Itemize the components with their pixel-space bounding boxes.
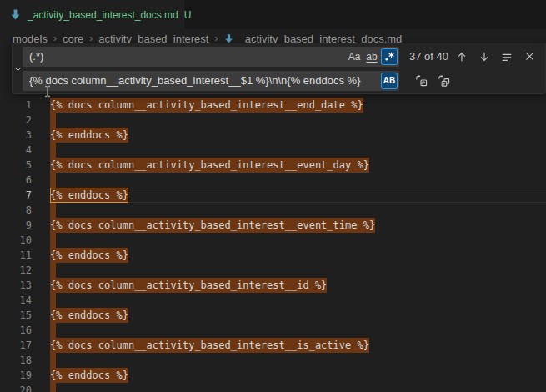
line-code: {% enddocs %} bbox=[32, 248, 128, 263]
tab-bar: _activity_based_interest_docs.md U bbox=[0, 0, 546, 29]
close-find-widget-button[interactable] bbox=[520, 48, 538, 66]
line-number: 19 bbox=[0, 368, 32, 383]
editor-line[interactable]: 11 {% enddocs %} bbox=[0, 248, 546, 263]
line-code: {% docs column__activity_based_interest_… bbox=[32, 218, 375, 233]
line-number: 4 bbox=[0, 143, 32, 158]
find-in-selection-button[interactable] bbox=[498, 48, 516, 66]
find-match-highlight: {% docs column__activity_based_interest_… bbox=[50, 158, 369, 173]
editor-line[interactable]: 12 bbox=[0, 263, 546, 278]
match-case-toggle[interactable]: Aa bbox=[346, 48, 363, 65]
line-code: {% enddocs %} bbox=[32, 128, 128, 143]
find-match-highlight bbox=[50, 113, 56, 128]
replace-input-value: {% docs column__activity_based_interest_… bbox=[29, 74, 380, 87]
find-match-highlight: {% enddocs %} bbox=[50, 248, 128, 263]
find-replace-widget: (.*) Aa ab 37 of 40 bbox=[12, 43, 546, 94]
editor-line[interactable]: 6 bbox=[0, 173, 546, 188]
find-match-highlight bbox=[50, 233, 56, 248]
line-number: 2 bbox=[0, 113, 32, 128]
breadcrumb-separator: › bbox=[53, 33, 57, 44]
editor-line[interactable]: 13 {% docs column__activity_based_intere… bbox=[0, 278, 546, 293]
line-number: 14 bbox=[0, 293, 32, 308]
editor-pane[interactable]: 1 {% docs column__activity_based_interes… bbox=[0, 48, 546, 392]
editor-line[interactable]: 16 bbox=[0, 323, 546, 338]
line-code: {% enddocs %} bbox=[32, 308, 128, 323]
line-number: 12 bbox=[0, 263, 32, 278]
editor-line[interactable]: 19 {% enddocs %} bbox=[0, 368, 546, 383]
find-match-highlight bbox=[50, 173, 56, 188]
line-code: {% docs column__activity_based_interest_… bbox=[32, 98, 363, 113]
replace-all-icon bbox=[438, 74, 450, 87]
next-match-button[interactable] bbox=[475, 48, 493, 66]
line-number: 13 bbox=[0, 278, 32, 293]
line-number: 7 bbox=[0, 188, 32, 203]
line-number: 5 bbox=[0, 158, 32, 173]
line-code bbox=[32, 233, 56, 248]
find-match-highlight: {% enddocs %} bbox=[50, 188, 128, 203]
line-code bbox=[32, 203, 56, 218]
find-match-highlight bbox=[50, 263, 56, 278]
find-match-highlight bbox=[50, 203, 56, 218]
line-number: 11 bbox=[0, 248, 32, 263]
git-status-badge: U bbox=[184, 9, 192, 21]
line-code: {% enddocs %} bbox=[32, 368, 128, 383]
editor-line[interactable]: 14 bbox=[0, 293, 546, 308]
markdown-file-icon bbox=[223, 33, 234, 44]
editor-line[interactable]: 4 bbox=[0, 143, 546, 158]
breadcrumb-separator: › bbox=[214, 33, 218, 44]
line-code bbox=[32, 383, 56, 392]
line-code bbox=[32, 113, 56, 128]
find-match-highlight: {% docs column__activity_based_interest_… bbox=[50, 98, 363, 113]
editor-line[interactable]: 15 {% enddocs %} bbox=[0, 308, 546, 323]
find-match-highlight bbox=[50, 143, 56, 158]
line-number: 9 bbox=[0, 218, 32, 233]
find-match-highlight: {% enddocs %} bbox=[50, 128, 128, 143]
editor-line[interactable]: 7 {% enddocs %} bbox=[0, 188, 546, 203]
line-code: {% enddocs %} bbox=[32, 188, 128, 203]
line-number: 16 bbox=[0, 323, 32, 338]
arrow-up-icon bbox=[456, 51, 468, 63]
editor-line[interactable]: 10 bbox=[0, 233, 546, 248]
find-match-highlight: {% docs column__activity_based_interest_… bbox=[50, 338, 369, 353]
editor-line[interactable]: 2 bbox=[0, 113, 546, 128]
line-number: 18 bbox=[0, 353, 32, 368]
replace-input[interactable]: {% docs column__activity_based_interest_… bbox=[23, 71, 399, 91]
find-match-highlight bbox=[50, 293, 56, 308]
find-match-highlight: {% enddocs %} bbox=[50, 368, 128, 383]
line-code bbox=[32, 143, 56, 158]
editor-line[interactable]: 20 bbox=[0, 383, 546, 392]
replace-button[interactable] bbox=[412, 72, 430, 90]
editor-line[interactable]: 18 bbox=[0, 353, 546, 368]
find-input[interactable]: (.*) Aa ab bbox=[23, 47, 399, 67]
arrow-down-icon bbox=[478, 51, 490, 63]
find-row: (.*) Aa ab 37 of 40 bbox=[23, 47, 538, 67]
line-code bbox=[32, 353, 56, 368]
editor-line[interactable]: 5 {% docs column__activity_based_interes… bbox=[0, 158, 546, 173]
editor-line[interactable]: 3 {% enddocs %} bbox=[0, 128, 546, 143]
toggle-replace-button[interactable] bbox=[13, 43, 23, 93]
editor-line[interactable]: 9 {% docs column__activity_based_interes… bbox=[0, 218, 546, 233]
editor-line[interactable]: 1 {% docs column__activity_based_interes… bbox=[0, 98, 546, 113]
preserve-case-toggle[interactable]: AB bbox=[381, 73, 398, 89]
regex-toggle[interactable] bbox=[381, 48, 398, 65]
tab-activity-based-interest-docs[interactable]: _activity_based_interest_docs.md U bbox=[0, 0, 184, 29]
find-match-highlight bbox=[50, 383, 56, 392]
replace-all-button[interactable] bbox=[434, 72, 453, 90]
find-match-highlight bbox=[50, 323, 56, 338]
whole-word-toggle[interactable]: ab bbox=[363, 48, 380, 65]
breadcrumb-separator: › bbox=[89, 33, 93, 44]
line-code: {% docs column__activity_based_interest_… bbox=[32, 338, 369, 353]
chevron-down-icon bbox=[13, 64, 23, 73]
line-code: {% docs column__activity_based_interest_… bbox=[32, 158, 369, 173]
line-code bbox=[32, 173, 56, 188]
previous-match-button[interactable] bbox=[453, 48, 471, 66]
line-number: 3 bbox=[0, 128, 32, 143]
find-match-highlight: {% enddocs %} bbox=[50, 308, 128, 323]
regex-icon bbox=[384, 51, 395, 62]
editor-line[interactable]: 17 {% docs column__activity_based_intere… bbox=[0, 338, 546, 353]
editor-line[interactable]: 8 bbox=[0, 203, 546, 218]
line-number: 1 bbox=[0, 98, 32, 113]
line-code bbox=[32, 293, 56, 308]
tab-title: _activity_based_interest_docs.md bbox=[28, 9, 178, 21]
matches-count: 37 of 40 bbox=[409, 50, 448, 63]
line-number: 6 bbox=[0, 173, 32, 188]
